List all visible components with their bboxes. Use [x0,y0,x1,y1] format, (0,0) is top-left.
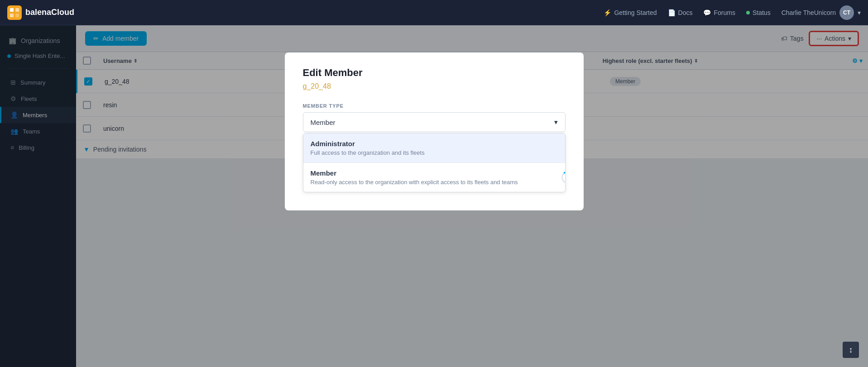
doc-icon: 📄 [668,9,676,16]
member-name: Member [311,169,558,177]
svg-rect-3 [10,14,14,17]
svg-rect-4 [15,14,19,17]
modal-overlay: Edit Member g_20_48 MEMBER TYPE Member ▾… [0,25,868,367]
balena-logo-icon [7,5,22,20]
logo[interactable]: balenaCloud [7,5,74,20]
member-type-label: MEMBER TYPE [303,103,566,109]
loading-spinner [561,171,566,184]
username-label: Charlie TheUnicorn [782,9,836,16]
modal-title: Edit Member [303,67,566,79]
modal-username: g_20_48 [303,82,566,91]
user-menu[interactable]: Charlie TheUnicorn CT ▾ [782,5,861,20]
member-desc: Read-only access to the organization wit… [311,179,558,186]
svg-rect-1 [10,8,14,12]
nav-links: ⚡ Getting Started 📄 Docs 💬 Forums Status [604,9,770,16]
scroll-to-bottom[interactable]: ↕ [843,342,859,358]
forums-link[interactable]: 💬 Forums [703,9,735,16]
modal-body: Edit Member g_20_48 MEMBER TYPE Member ▾… [285,52,584,210]
selected-member-type: Member [311,119,336,126]
forums-icon: 💬 [703,9,711,16]
svg-rect-2 [15,8,19,12]
member-type-dropdown: Administrator Full access to the organiz… [303,133,566,192]
dropdown-item-administrator[interactable]: Administrator Full access to the organiz… [303,133,565,163]
administrator-desc: Full access to the organization and its … [311,149,558,156]
top-navigation: balenaCloud ⚡ Getting Started 📄 Docs 💬 F… [0,0,868,25]
dropdown-item-member[interactable]: Member Read-only access to the organizat… [303,163,565,192]
status-link[interactable]: Status [746,9,771,16]
svg-rect-0 [7,5,22,20]
bolt-icon: ⚡ [604,9,611,16]
select-chevron-icon: ▾ [554,118,558,126]
avatar: CT [839,5,854,20]
administrator-name: Administrator [311,140,558,148]
status-dot-icon [746,11,750,14]
member-type-select[interactable]: Member ▾ [303,112,566,132]
chevron-down-icon: ▾ [858,9,861,16]
docs-link[interactable]: 📄 Docs [668,9,693,16]
getting-started-link[interactable]: ⚡ Getting Started [604,9,657,16]
edit-member-modal: Edit Member g_20_48 MEMBER TYPE Member ▾… [285,52,584,210]
logo-text: balenaCloud [25,8,74,17]
scroll-icon: ↕ [849,345,853,355]
